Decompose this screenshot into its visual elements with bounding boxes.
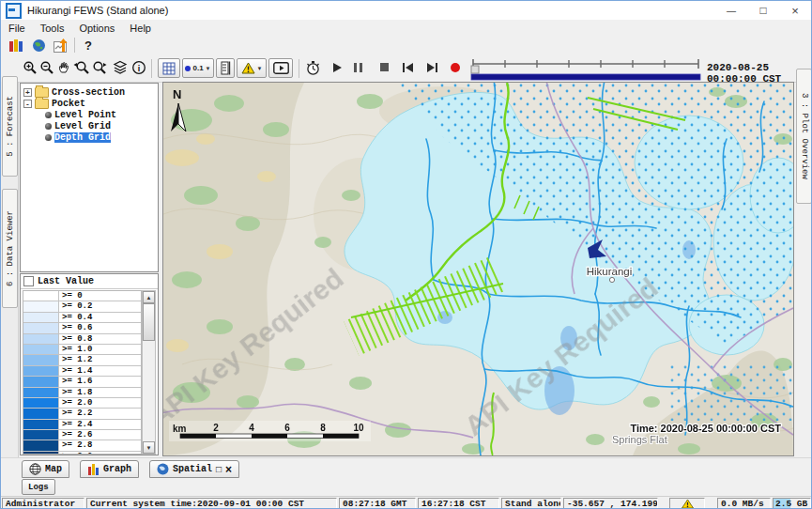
scroll-down-button[interactable]: ▼ <box>143 441 155 454</box>
tab-restore-icon[interactable]: □ <box>216 464 222 474</box>
globe-blue-icon <box>157 463 169 475</box>
tree-item-depth-grid[interactable]: Depth Grid <box>45 131 158 143</box>
menu-item[interactable]: Options <box>71 23 122 34</box>
layers-icon[interactable] <box>112 59 129 76</box>
legend-row: >= 2.6 <box>23 430 141 440</box>
legend-swatch <box>23 313 59 322</box>
help-button[interactable]: ? <box>82 38 95 53</box>
legend-swatch <box>23 377 59 386</box>
status-coordinates: -35.657 , 174.199 <box>563 498 658 509</box>
menu-item[interactable]: Help <box>122 23 159 34</box>
expand-toggle-icon[interactable]: + <box>23 88 32 97</box>
tab-spatial[interactable]: Spatial □ × <box>149 460 239 478</box>
legend-row: >= 2.8 <box>23 440 141 451</box>
tab-data-viewer[interactable]: 6 : Data Viewer <box>2 189 18 308</box>
bullet-icon <box>45 134 52 141</box>
last-value-checkbox[interactable] <box>23 276 34 286</box>
legend-row: >= 2.0 <box>23 398 141 409</box>
scale-bar: km 2 4 6 8 10 <box>169 421 371 441</box>
tab-label: Map <box>45 464 62 474</box>
thresholds-warning-button[interactable]: ▼ <box>237 58 267 78</box>
legend-row-label: >= 2.6 <box>59 430 92 440</box>
timeseries-display-icon[interactable] <box>52 38 70 54</box>
legend-swatch <box>23 440 59 450</box>
zoom-out-icon[interactable] <box>38 59 55 76</box>
status-memory-gauge: 2.5 GB <box>773 498 811 509</box>
legend-list: >= 0 >= 0.2 >= 0.4 >= 0.6 >= 0.8 >= 1.0 <box>23 290 142 455</box>
legend-row-label: >= 1.4 <box>59 366 92 376</box>
svg-text:10: 10 <box>353 423 364 433</box>
svg-text:8: 8 <box>320 423 326 433</box>
stopwatch-icon[interactable] <box>303 59 322 76</box>
status-warning-indicator[interactable] <box>669 498 705 509</box>
legend-row-label: >= 0.6 <box>59 323 92 332</box>
legend-row: >= 1.8 <box>23 388 141 398</box>
menu-item[interactable]: Tools <box>33 23 72 34</box>
close-button[interactable]: × <box>779 1 811 20</box>
skip-to-end-button[interactable] <box>427 63 437 72</box>
folder-icon <box>35 99 49 109</box>
scroll-up-button[interactable]: ▲ <box>143 291 155 303</box>
window-title: Hikurangi FEWS (Stand alone) <box>27 5 168 16</box>
status-system-time: Current system time:2020-09-01 00:00 CST <box>86 498 337 509</box>
stop-button[interactable] <box>380 63 389 71</box>
logs-button[interactable]: Logs <box>22 479 55 495</box>
legend-swatch <box>23 420 59 429</box>
status-gmt-time: 08:27:18 GMT <box>339 498 416 509</box>
title-bar[interactable]: Hikurangi FEWS (Stand alone) — □ × <box>1 1 811 20</box>
zoom-next-icon[interactable] <box>91 59 110 76</box>
tab-close-icon[interactable]: × <box>225 463 232 476</box>
status-mode: Stand alone <box>501 498 561 509</box>
grid-display-button[interactable] <box>158 58 180 78</box>
svg-text:N: N <box>173 87 181 101</box>
legend-row-label: >= 0 <box>59 291 83 301</box>
record-icon[interactable] <box>451 63 460 72</box>
main-toolbar: i 0.1 ▼ ▼ <box>1 55 811 83</box>
pause-button[interactable] <box>354 63 362 72</box>
menu-item[interactable]: File <box>1 23 33 34</box>
chevron-down-icon: ▼ <box>206 66 211 71</box>
map-view[interactable]: API Key Required API Key Required N Hiku… <box>162 82 794 456</box>
tree-item-label: Level Point <box>54 110 116 120</box>
tree-item-level-grid[interactable]: Level Grid <box>45 120 158 131</box>
legend-row-label: >= 2.4 <box>59 420 92 429</box>
memory-text: 2.5 GB <box>774 499 810 509</box>
last-value-label: Last Value <box>38 276 94 286</box>
collapse-toggle-icon[interactable]: - <box>23 100 32 108</box>
timeline-slider[interactable] <box>470 56 701 81</box>
info-icon[interactable]: i <box>130 59 147 76</box>
legend-row-label: >= 3.0 <box>59 452 92 455</box>
tree-item-level-point[interactable]: Level Point <box>45 109 158 120</box>
zoom-in-icon[interactable] <box>22 59 38 76</box>
tab-forecast[interactable]: 5 : Forecast <box>2 76 18 177</box>
svg-text:4: 4 <box>249 423 254 433</box>
legend-row-label: >= 2.0 <box>59 398 92 408</box>
threshold-dot-icon <box>185 66 191 71</box>
tree-item-pocket[interactable]: - Pocket <box>23 98 158 109</box>
tab-label: Spatial <box>173 464 212 474</box>
skip-to-start-button[interactable] <box>403 63 413 72</box>
map-canvas[interactable]: API Key Required API Key Required N Hiku… <box>163 83 793 455</box>
scroll-thumb[interactable] <box>143 303 155 341</box>
minimize-button[interactable]: — <box>715 1 747 20</box>
animation-button[interactable] <box>268 58 293 78</box>
pan-hand-icon[interactable] <box>55 59 72 76</box>
maximize-button[interactable]: □ <box>747 1 779 20</box>
timeline-handle[interactable] <box>471 66 479 73</box>
play-button[interactable] <box>329 61 345 74</box>
tree-item-label: Pocket <box>52 99 85 109</box>
place-label: Springs Flat <box>612 434 667 445</box>
legend-swatch <box>23 430 59 440</box>
svg-text:2: 2 <box>213 423 219 433</box>
explorer-icon[interactable] <box>7 38 25 54</box>
tab-map[interactable]: Map <box>22 460 69 478</box>
tab-graph[interactable]: Graph <box>80 460 139 478</box>
map-display-icon[interactable] <box>29 38 48 54</box>
zoom-previous-icon[interactable] <box>72 59 91 76</box>
legend-scrollbar[interactable]: ▲ ▼ <box>142 290 156 455</box>
tree-item-cross-section[interactable]: + Cross-section <box>23 86 158 98</box>
threshold-value-button[interactable]: 0.1 ▼ <box>182 58 214 78</box>
profile-display-button[interactable] <box>216 58 235 78</box>
svg-text:km: km <box>173 424 187 434</box>
tab-plot-overview[interactable]: 3 : Plot Overview <box>796 69 812 204</box>
